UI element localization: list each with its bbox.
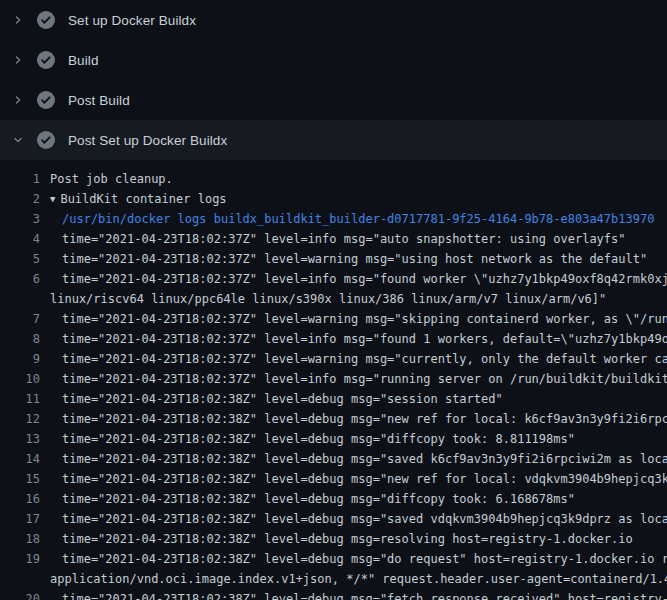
log-line-number: 12 (0, 409, 40, 429)
log-line: 14 time="2021-04-23T18:02:38Z" level=deb… (0, 449, 667, 469)
check-circle-icon (37, 91, 55, 109)
chevron-down-icon (12, 134, 24, 146)
step-label: Post Build (68, 93, 130, 108)
log-line-text: time="2021-04-23T18:02:37Z" level=info m… (40, 329, 667, 349)
check-circle-icon (37, 51, 55, 69)
step-row-set-up-docker-buildx[interactable]: Set up Docker Buildx (0, 0, 667, 40)
workflow-log-panel: Set up Docker Buildx Build Post Build Po… (0, 0, 667, 600)
log-line: 19 time="2021-04-23T18:02:38Z" level=deb… (0, 549, 667, 569)
step-row-post-set-up-docker-buildx[interactable]: Post Set up Docker Buildx (0, 120, 667, 160)
log-line: 11 time="2021-04-23T18:02:38Z" level=deb… (0, 389, 667, 409)
log-line: 17 time="2021-04-23T18:02:38Z" level=deb… (0, 509, 667, 529)
log-line: 5 time="2021-04-23T18:02:37Z" level=warn… (0, 249, 667, 269)
log-line: application/vnd.oci.image.index.v1+json,… (0, 569, 667, 589)
step-row-build[interactable]: Build (0, 40, 667, 80)
log-line-number: 11 (0, 389, 40, 409)
check-circle-icon (37, 131, 55, 149)
log-line: 1 Post job cleanup. (0, 169, 667, 189)
log-line-number: 6 (0, 269, 40, 289)
chevron-right-icon (12, 94, 24, 106)
log-line-text: time="2021-04-23T18:02:38Z" level=debug … (40, 529, 633, 549)
log-line: 16 time="2021-04-23T18:02:38Z" level=deb… (0, 489, 667, 509)
log-line-text: time="2021-04-23T18:02:38Z" level=debug … (40, 469, 667, 489)
log-line: 6 time="2021-04-23T18:02:37Z" level=info… (0, 269, 667, 289)
log-line-number: 2 (0, 189, 40, 209)
log-line: 3 /usr/bin/docker logs buildx_buildkit_b… (0, 209, 667, 229)
log-line: 8 time="2021-04-23T18:02:37Z" level=info… (0, 329, 667, 349)
chevron-right-icon (12, 14, 24, 26)
log-line-number: 15 (0, 469, 40, 489)
log-line-number: 20 (0, 589, 40, 600)
log-line: 10 time="2021-04-23T18:02:37Z" level=inf… (0, 369, 667, 389)
log-line-number: 16 (0, 489, 40, 509)
log-line: 18 time="2021-04-23T18:02:38Z" level=deb… (0, 529, 667, 549)
log-line-text: time="2021-04-23T18:02:37Z" level=info m… (40, 369, 667, 389)
log-line-text: time="2021-04-23T18:02:38Z" level=debug … (40, 389, 503, 409)
log-line-number (0, 569, 40, 589)
step-label: Post Set up Docker Buildx (68, 133, 227, 148)
log-line-text: time="2021-04-23T18:02:38Z" level=debug … (40, 489, 575, 509)
log-line: 7 time="2021-04-23T18:02:37Z" level=warn… (0, 309, 667, 329)
log-line-text: time="2021-04-23T18:02:38Z" level=debug … (40, 589, 667, 600)
log-group-header[interactable]: 2 ▼BuildKit container logs (0, 189, 667, 209)
step-row-post-build[interactable]: Post Build (0, 80, 667, 120)
triangle-down-icon: ▼ (50, 189, 55, 209)
log-line-text: time="2021-04-23T18:02:37Z" level=info m… (40, 229, 626, 249)
log-line: 20 time="2021-04-23T18:02:38Z" level=deb… (0, 589, 667, 600)
log-line-text: time="2021-04-23T18:02:38Z" level=debug … (40, 409, 667, 429)
log-line: 12 time="2021-04-23T18:02:38Z" level=deb… (0, 409, 667, 429)
log-command-text: /usr/bin/docker logs buildx_buildkit_bui… (40, 209, 654, 229)
log-line: 4 time="2021-04-23T18:02:37Z" level=info… (0, 229, 667, 249)
step-label: Build (68, 53, 99, 68)
log-line-number: 13 (0, 429, 40, 449)
log-line-number (0, 289, 40, 309)
log-line-number: 9 (0, 349, 40, 369)
log-line-text: time="2021-04-23T18:02:37Z" level=info m… (40, 269, 667, 289)
log-line-number: 17 (0, 509, 40, 529)
log-line-number: 1 (0, 169, 40, 189)
log-line-number: 7 (0, 309, 40, 329)
log-line-text: Post job cleanup. (40, 169, 173, 189)
check-circle-icon (37, 11, 55, 29)
log-line-number: 8 (0, 329, 40, 349)
log-line: 15 time="2021-04-23T18:02:38Z" level=deb… (0, 469, 667, 489)
log-line-text: time="2021-04-23T18:02:38Z" level=debug … (40, 449, 667, 469)
log-line-number: 4 (0, 229, 40, 249)
chevron-right-icon (12, 54, 24, 66)
log-line: 9 time="2021-04-23T18:02:37Z" level=warn… (0, 349, 667, 369)
log-line-text: time="2021-04-23T18:02:38Z" level=debug … (40, 429, 575, 449)
log-line-text: time="2021-04-23T18:02:37Z" level=warnin… (40, 349, 667, 369)
log-line-text: ▼BuildKit container logs (40, 189, 227, 209)
log-line-number: 3 (0, 209, 40, 229)
log-line: 13 time="2021-04-23T18:02:38Z" level=deb… (0, 429, 667, 449)
log-line-text: time="2021-04-23T18:02:38Z" level=debug … (40, 509, 667, 529)
log-line-number: 5 (0, 249, 40, 269)
log-line: linux/riscv64 linux/ppc64le linux/s390x … (0, 289, 667, 309)
log-line-number: 10 (0, 369, 40, 389)
log-line-text: time="2021-04-23T18:02:37Z" level=warnin… (40, 309, 667, 329)
log-line-number: 19 (0, 549, 40, 569)
log-content: 1 Post job cleanup. 2 ▼BuildKit containe… (0, 160, 667, 600)
log-line-text: time="2021-04-23T18:02:38Z" level=debug … (40, 549, 667, 569)
log-line-number: 14 (0, 449, 40, 469)
log-line-text: application/vnd.oci.image.index.v1+json,… (40, 569, 667, 589)
step-label: Set up Docker Buildx (68, 13, 196, 28)
log-line-number: 18 (0, 529, 40, 549)
log-line-text: linux/riscv64 linux/ppc64le linux/s390x … (40, 289, 606, 309)
log-line-text: time="2021-04-23T18:02:37Z" level=warnin… (40, 249, 647, 269)
